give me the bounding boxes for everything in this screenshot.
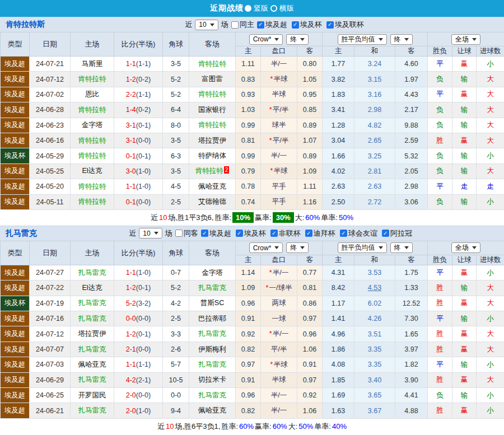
scope-select[interactable]: 全场: [451, 242, 480, 253]
checkbox-icon[interactable]: ✓: [236, 230, 243, 237]
home-team[interactable]: 佩哈亚克: [71, 357, 114, 372]
home-team[interactable]: 开罗国民: [71, 388, 114, 403]
away-team[interactable]: 肯特拉特: [189, 118, 236, 133]
avg-odds-select[interactable]: 胜平负均值: [338, 242, 387, 253]
match-count-select[interactable]: 10: [139, 228, 162, 238]
home-team[interactable]: 肯特拉特: [71, 102, 114, 118]
home-team[interactable]: 扎马雷克: [71, 372, 114, 387]
home-team[interactable]: El达克: [71, 163, 114, 179]
away-team-name: 艾德翰德: [198, 198, 226, 205]
radio-icon[interactable]: [270, 5, 277, 12]
result-handicap: 赢: [452, 372, 477, 387]
checkbox-icon[interactable]: ✓: [201, 230, 208, 237]
avg-stage-select[interactable]: 终: [390, 242, 413, 253]
away-team[interactable]: 金字塔: [189, 265, 236, 280]
away-team[interactable]: 扎马雷克: [189, 357, 236, 372]
away-team[interactable]: 国家银行: [189, 102, 236, 118]
score: 0-0(0-0): [114, 311, 163, 326]
home-team[interactable]: 肯特拉特: [71, 194, 114, 209]
sub-header-winloss: 胜负: [428, 46, 452, 57]
handicap-value: 两球: [272, 299, 286, 307]
away-team[interactable]: 扎马雷克: [189, 326, 236, 342]
match-type: 埃及超: [1, 87, 30, 102]
home-team[interactable]: 肯特拉特: [71, 72, 114, 87]
league-checkbox[interactable]: ✓埃及杯: [292, 20, 322, 30]
league-checkbox[interactable]: ✓球会友谊: [340, 228, 377, 238]
home-team[interactable]: 马斯里: [71, 57, 114, 72]
home-team[interactable]: 恩比: [71, 87, 114, 102]
away-team[interactable]: 肯特拉特2: [189, 163, 236, 179]
league-checkbox[interactable]: ✓非联杯: [270, 228, 301, 238]
same-venue-checkbox[interactable]: 同客: [175, 228, 198, 238]
avg-odds-select[interactable]: 胜平负均值: [338, 34, 387, 45]
home-team[interactable]: 扎马雷克: [71, 311, 114, 326]
checkbox-icon[interactable]: ✓: [305, 230, 312, 237]
away-team-name: 切拉米卡: [198, 376, 226, 383]
checkbox-icon[interactable]: ✓: [326, 21, 334, 29]
halftime-score: (0-2): [136, 106, 151, 114]
result-goals: 走: [477, 179, 504, 194]
scope-select[interactable]: 全场: [451, 34, 480, 45]
league-checkbox[interactable]: ✓埃及超: [201, 228, 231, 238]
avg-draw: 3.35: [354, 357, 395, 372]
avg-draw: 3.16: [354, 87, 395, 102]
home-team[interactable]: 扎马雷克: [71, 403, 114, 418]
league-checkbox[interactable]: ✓阿拉冠: [382, 228, 412, 238]
avg-home: 1.63: [323, 403, 354, 418]
odds-source-select[interactable]: Crow*: [249, 242, 283, 253]
match-count-select[interactable]: 10: [195, 20, 218, 30]
league-checkbox[interactable]: ✓迪拜杯: [305, 228, 335, 238]
checkbox-icon[interactable]: ✓: [270, 230, 278, 237]
odds-stage-select[interactable]: 终: [286, 242, 309, 253]
avg-stage-select[interactable]: 终: [390, 34, 413, 45]
home-team[interactable]: 扎马雷克: [71, 342, 114, 357]
home-team[interactable]: 扎马雷克: [71, 265, 114, 280]
unit-label: 场: [165, 228, 172, 238]
changed-marker: *: [269, 106, 272, 114]
league-checkbox[interactable]: ✓埃及联杯: [326, 20, 364, 30]
league-checkbox[interactable]: ✓埃及杯: [236, 228, 266, 238]
league-checkbox[interactable]: ✓埃及超: [257, 20, 287, 30]
away-team-name: 扎马雷克: [198, 330, 226, 338]
away-team[interactable]: 普斯SC: [189, 296, 236, 311]
away-team[interactable]: 肯特拉特: [189, 57, 236, 72]
home-team[interactable]: 塔拉贾伊: [71, 326, 114, 342]
odds-source-select[interactable]: Crow*: [249, 34, 283, 45]
result-handicap: 走: [452, 179, 477, 194]
away-team[interactable]: 塔拉贾伊: [189, 133, 236, 148]
away-team[interactable]: 肯特拉特: [189, 87, 236, 102]
away-team[interactable]: 扎马雷克: [189, 388, 236, 403]
home-team[interactable]: El达克: [71, 280, 114, 296]
away-team[interactable]: 特萨纳体: [189, 148, 236, 163]
match-row: 埃及超24-07-12塔拉贾伊1-2(0-1)3-3扎马雷克0.92*半/一0.…: [1, 326, 504, 342]
home-team[interactable]: 肯特拉特: [71, 133, 114, 148]
away-team[interactable]: 伊斯梅利: [189, 342, 236, 357]
checkbox-icon[interactable]: ✓: [340, 230, 347, 237]
checkbox-icon[interactable]: [175, 230, 183, 237]
away-team[interactable]: 艾德翰德: [189, 194, 236, 209]
away-team[interactable]: 扎马雷克: [189, 280, 236, 296]
home-team[interactable]: 扎马雷克: [71, 296, 114, 311]
checkbox-icon[interactable]: ✓: [382, 230, 389, 237]
away-team[interactable]: 富图雷: [189, 72, 236, 87]
home-team[interactable]: 金字塔: [71, 118, 114, 133]
same-venue-checkbox[interactable]: 同主: [231, 20, 254, 30]
corner-score: 0-0: [163, 388, 189, 403]
layout-radio-option[interactable]: 横版: [270, 3, 294, 13]
match-row: 埃及超24-06-23金字塔3-1(0-1)8-0肯特拉特0.99球半0.891…: [1, 118, 504, 133]
home-team[interactable]: 肯特拉特: [71, 148, 114, 163]
checkbox-icon[interactable]: ✓: [292, 21, 299, 29]
home-team[interactable]: 肯特拉特: [71, 179, 114, 194]
away-team[interactable]: 切拉米卡: [189, 372, 236, 387]
away-team[interactable]: 佩哈亚克: [189, 179, 236, 194]
odds-stage-select[interactable]: 终: [286, 34, 309, 45]
fulltime-score: 5-2: [126, 300, 136, 307]
stat-label: 赢率:: [255, 422, 272, 432]
league-label: 埃及联杯: [335, 20, 364, 30]
away-team[interactable]: 巴拉蒂耶: [189, 311, 236, 326]
layout-radio-selected[interactable]: 竖版: [245, 3, 268, 13]
checkbox-icon[interactable]: ✓: [257, 21, 264, 29]
away-team[interactable]: 佩哈亚克: [189, 403, 236, 418]
checkbox-icon[interactable]: [231, 21, 239, 29]
radio-icon[interactable]: [245, 5, 251, 12]
